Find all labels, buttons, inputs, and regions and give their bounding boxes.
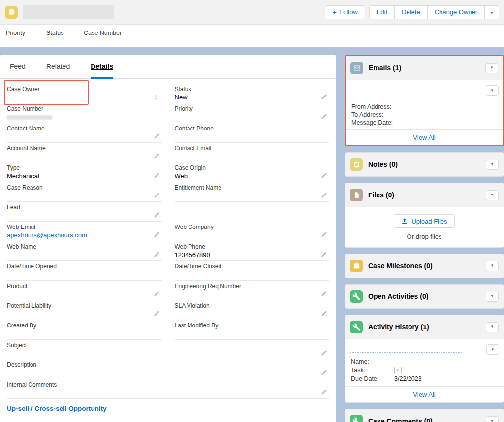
files-menu-button[interactable]: ▼: [486, 190, 499, 200]
chevron-down-icon: ▼: [490, 264, 494, 268]
tab-feed[interactable]: Feed: [10, 55, 26, 79]
tab-details[interactable]: Details: [91, 55, 113, 79]
activity-history-view-all-link[interactable]: View All: [413, 391, 435, 398]
chevron-down-icon: ▼: [490, 325, 494, 329]
case-number-redacted: [7, 115, 52, 120]
field-contact-name: Contact Name: [7, 123, 162, 143]
case-comments-card-title[interactable]: Case Comments (0): [368, 417, 433, 422]
more-actions-button[interactable]: ▼: [485, 5, 499, 19]
field-internal-comments: Internal Comments: [7, 379, 329, 399]
activity-history-card: Activity History (1) ▼ ▼ Name: Task: ✓ D…: [345, 315, 504, 403]
edit-pencil-icon[interactable]: [320, 113, 327, 120]
emails-card-header[interactable]: Emails (1) ▼: [346, 56, 503, 80]
case-milestones-menu-button[interactable]: ▼: [486, 261, 499, 271]
record-tabs: Feed Related Details: [0, 55, 336, 79]
open-activities-menu-button[interactable]: ▼: [486, 292, 499, 302]
notes-menu-button[interactable]: ▼: [486, 160, 499, 170]
record-detail-panel: Feed Related Details Case Owner Status N…: [0, 55, 336, 422]
edit-pencil-icon[interactable]: [320, 350, 327, 357]
chevron-down-icon: ▼: [491, 348, 495, 352]
email-from-label: From Address:: [351, 103, 497, 111]
edit-pencil-icon[interactable]: [320, 369, 327, 376]
edit-pencil-icon[interactable]: [153, 192, 160, 199]
edit-pencil-icon[interactable]: [153, 310, 160, 317]
milestone-icon: [350, 260, 363, 272]
upload-files-button[interactable]: Upload Files: [394, 214, 454, 228]
task-checkbox[interactable]: ✓: [394, 367, 402, 374]
edit-pencil-icon[interactable]: [320, 291, 327, 297]
activity-due-date-value: 3/22/2023: [394, 375, 422, 383]
email-to-label: To Address:: [351, 111, 497, 119]
case-comments-menu-button[interactable]: ▼: [486, 416, 499, 422]
case-milestones-card: Case Milestones (0) ▼: [345, 254, 504, 278]
files-card-header[interactable]: Files (0) ▼: [345, 183, 504, 207]
edit-pencil-icon[interactable]: [320, 251, 327, 258]
upload-files-label: Upload Files: [411, 218, 447, 225]
case-milestones-card-title[interactable]: Case Milestones (0): [368, 262, 433, 270]
activity-history-item: ▼ Name: Task: ✓ Due Date: 3/22/2023: [345, 339, 504, 386]
email-item-menu-button[interactable]: ▼: [486, 85, 499, 96]
email-date-label: Message Date:: [351, 119, 497, 127]
wrench-icon: [350, 415, 363, 422]
tab-related[interactable]: Related: [46, 55, 70, 79]
empty-grid-cell: [175, 202, 330, 222]
case-comments-card-header[interactable]: Case Comments (0) ▼: [345, 409, 504, 422]
header-actions: + Follow Edit Delete Change Owner ▼: [325, 5, 499, 19]
action-button-group: Edit Delete Change Owner ▼: [369, 5, 499, 19]
edit-pencil-icon[interactable]: [153, 291, 160, 297]
web-email-link[interactable]: apexhours@apexhours.com: [7, 231, 148, 240]
field-description: Description: [7, 359, 329, 379]
notes-card-header[interactable]: Notes (0) ▼: [345, 153, 504, 176]
case-milestones-card-header[interactable]: Case Milestones (0) ▼: [345, 254, 504, 278]
emails-card-footer: View All: [346, 129, 503, 145]
edit-pencil-icon[interactable]: [153, 172, 160, 179]
email-list-item: ▼ From Address: To Address: Message Date…: [346, 80, 503, 129]
open-activities-card-title[interactable]: Open Activities (0): [368, 292, 428, 300]
edit-pencil-icon[interactable]: [320, 389, 327, 396]
emails-menu-button[interactable]: ▼: [485, 63, 498, 73]
edit-pencil-icon[interactable]: [320, 192, 327, 199]
activity-item-menu-button[interactable]: ▼: [486, 344, 499, 355]
edit-pencil-icon[interactable]: [153, 212, 160, 219]
emails-view-all-link[interactable]: View All: [413, 134, 435, 141]
field-case-reason: Case Reason: [7, 182, 162, 202]
edit-pencil-icon[interactable]: [153, 133, 160, 140]
page-header: + Follow Edit Delete Change Owner ▼ Prio…: [0, 0, 504, 48]
edit-pencil-icon[interactable]: [153, 231, 160, 238]
upsell-cross-sell-link[interactable]: Up-sell / Cross-sell Opportunity: [7, 399, 329, 417]
case-comments-card: Case Comments (0) ▼: [345, 409, 504, 422]
edit-pencil-icon[interactable]: [153, 153, 160, 160]
chevron-down-icon: ▼: [490, 11, 494, 15]
chevron-down-icon: ▼: [490, 294, 494, 298]
emails-card-title[interactable]: Emails (1): [369, 64, 401, 72]
follow-button[interactable]: + Follow: [325, 5, 365, 19]
activity-due-date-row: Due Date: 3/22/2023: [351, 375, 498, 383]
field-engineering-req-number: Engineering Req Number: [175, 281, 330, 300]
edit-pencil-icon[interactable]: [320, 172, 327, 179]
change-owner-icon[interactable]: [153, 94, 159, 100]
open-activities-card: Open Activities (0) ▼: [345, 284, 504, 309]
activity-subject-redacted-link[interactable]: [350, 352, 462, 353]
edit-pencil-icon[interactable]: [320, 94, 327, 100]
edit-pencil-icon[interactable]: [153, 251, 160, 258]
activity-name-row: Name:: [351, 358, 498, 366]
edit-pencil-icon[interactable]: [320, 231, 327, 238]
activity-history-card-title[interactable]: Activity History (1): [368, 323, 429, 331]
field-priority: Priority: [175, 103, 330, 123]
case-icon: [5, 6, 18, 19]
delete-button[interactable]: Delete: [395, 5, 428, 19]
change-owner-button[interactable]: Change Owner: [428, 5, 485, 19]
chevron-down-icon: ▼: [490, 419, 494, 422]
case-title-redacted: [23, 5, 114, 19]
edit-button[interactable]: Edit: [369, 5, 395, 19]
field-account-name: Account Name: [7, 143, 162, 162]
activity-history-menu-button[interactable]: ▼: [486, 322, 499, 332]
field-entitlement-name: Entitlement Name: [175, 182, 330, 202]
edit-pencil-icon[interactable]: [320, 310, 327, 317]
files-card-title[interactable]: Files (0): [368, 191, 394, 199]
activity-history-card-header[interactable]: Activity History (1) ▼: [345, 315, 504, 339]
files-dropzone[interactable]: Upload Files Or drop files: [345, 207, 504, 247]
open-activities-card-header[interactable]: Open Activities (0) ▼: [345, 285, 504, 308]
compact-field-status: Status: [46, 30, 84, 47]
notes-card-title[interactable]: Notes (0): [368, 161, 398, 168]
